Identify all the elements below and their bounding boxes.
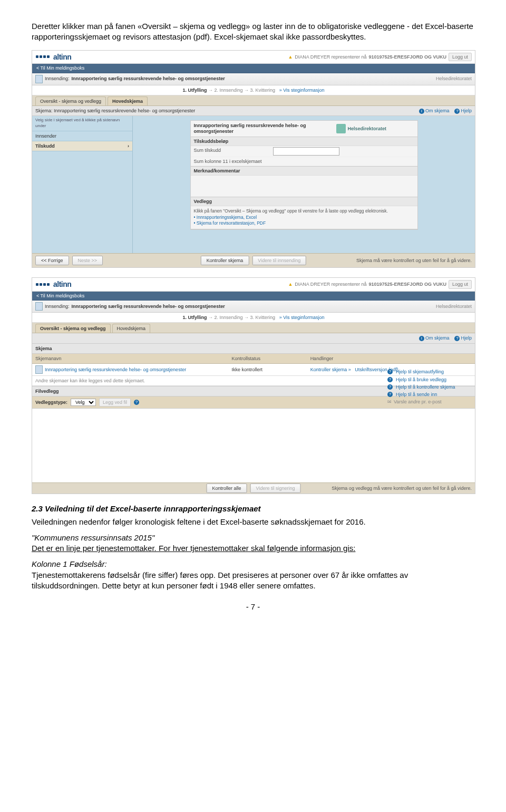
help-icon: ? — [387, 392, 393, 397]
bottom-message: Skjema må være kontrollert og uten feil … — [356, 257, 472, 264]
hd-label: Helsedirektoratet — [282, 74, 475, 83]
chevron-right-icon: › — [128, 143, 129, 149]
form-title: Innrapportering særlig ressurskrevende h… — [191, 121, 334, 137]
help-icon: ? — [454, 109, 460, 114]
vedlegg-note: Klikk på fanen "Oversikt – Skjema og ved… — [194, 208, 414, 214]
kontroller-skjema-link[interactable]: Kontroller skjema » — [310, 367, 351, 372]
logout-button[interactable]: Logg ut — [449, 280, 472, 288]
help-link[interactable]: ?Hjelp til å sende inn — [387, 391, 472, 398]
sidebar-item-tilskudd[interactable]: Tilskudd› — [32, 141, 132, 151]
altinn-logo-text: altinn — [53, 279, 71, 289]
altinn-logo-text: altinn — [53, 52, 71, 62]
hjelp-link[interactable]: ?Hjelp — [454, 335, 472, 341]
page-number: - 7 - — [32, 602, 474, 612]
section-vedlegg: Vedlegg — [191, 197, 417, 206]
bottom-message: Skjema og vedlegg må være kontrollert og… — [332, 485, 472, 491]
step-2: 2. Innsending — [215, 88, 243, 93]
om-skjema-link[interactable]: iOm skjema — [419, 335, 450, 341]
help-icon[interactable]: ? — [134, 400, 139, 405]
varsle-link[interactable]: ✉Varsle andre pr. e-post — [387, 398, 472, 405]
help-icon: ? — [454, 336, 460, 341]
help-icon: ? — [387, 369, 393, 374]
step-info-link[interactable]: » Vis steginformasjon — [279, 315, 325, 320]
kommune-line: Det er en linje per tjenestemottaker. Fo… — [32, 543, 474, 554]
vedlegg-bullet-1: • Innrapporteringsskjema, Excel — [194, 215, 414, 220]
helsedirektoratet-logo: Helsedirektoratet — [334, 121, 417, 137]
info-icon: i — [419, 109, 424, 114]
help-link[interactable]: ?Hjelp til skjemautfylling — [387, 368, 472, 375]
back-link[interactable]: < Til Min meldingsboks — [32, 64, 475, 73]
user-prefix: DIANA DREYER representerer nå — [295, 281, 366, 287]
innsending-title: Innrapportering særlig ressurskrevende h… — [72, 75, 225, 82]
innsending-label: Innsending: — [45, 75, 70, 82]
table-row-name[interactable]: Innrapportering særlig ressurskrevende h… — [35, 365, 232, 374]
help-icon: ? — [387, 377, 393, 382]
schema-section-header: Skjema — [32, 344, 475, 354]
section-heading: 2.3 Veiledning til det Excel-baserte inn… — [32, 504, 474, 514]
kolonne-text: Tjenestemottakerens fødselsår (fire siff… — [32, 570, 474, 592]
hd-label: Helsedirektoratet — [282, 302, 475, 311]
info-icon: i — [419, 336, 424, 341]
user-prefix: DIANA DREYER representerer nå — [295, 54, 366, 60]
step-1: 1. Utfylling — [182, 88, 207, 93]
mail-icon: ✉ — [387, 399, 392, 405]
user-org: 910197525-ERESFJORD OG VUKU — [368, 54, 446, 60]
tab-oversikt[interactable]: Oversikt - skjema og vedlegg — [35, 96, 106, 105]
section-merknad: Merknad/kommentar — [191, 167, 417, 176]
innsending-title: Innrapportering særlig ressurskrevende h… — [72, 303, 225, 310]
row-sum-tilskudd-label: Sum tilskudd — [194, 147, 273, 156]
step-info-link[interactable]: » Vis steginformasjon — [279, 88, 325, 93]
step-bar: 1. Utfylling → 2. Innsending → 3. Kvitte… — [32, 313, 475, 323]
step-3: 3. Kvittering — [250, 315, 276, 320]
sidebar-item-innsender[interactable]: Innsender — [32, 131, 132, 141]
sum-tilskudd-input[interactable] — [273, 147, 339, 156]
kontroller-skjema-button[interactable]: Kontroller skjema — [201, 256, 249, 265]
document-icon — [35, 75, 43, 83]
neste-button: Neste >> — [72, 256, 103, 265]
logout-button[interactable]: Logg ut — [449, 53, 472, 61]
step-3: 3. Kvittering — [250, 88, 276, 93]
tab-hovedskjema[interactable]: Hovedskjema — [112, 324, 151, 333]
help-sidebar: ?Hjelp til skjemautfylling ?Hjelp til å … — [387, 368, 472, 405]
user-badge-icon: ▲ — [288, 54, 293, 60]
legg-ved-fil-button: Legg ved fil — [99, 398, 131, 407]
row-sum-kol-label: Sum kolonne 11 i excelskjemaet — [194, 158, 273, 165]
back-link[interactable]: < Til Min meldingsboks — [32, 292, 475, 301]
help-icon: ? — [387, 384, 393, 390]
col-kontrollstatus: Kontrollstatus — [232, 355, 310, 362]
forrige-button[interactable]: << Forrige — [35, 256, 69, 265]
om-skjema-link[interactable]: iOm skjema — [419, 108, 450, 114]
step-bar: 1. Utfylling → 2. Innsending → 3. Kvitte… — [32, 85, 475, 95]
help-link[interactable]: ?Hjelp til å bruke vedlegg — [387, 376, 472, 383]
col-handlinger: Handlinger — [310, 355, 472, 362]
document-icon — [35, 302, 43, 311]
intro-paragraph: Deretter klikker man på fanen «Oversikt … — [32, 21, 474, 43]
section-intro: Veiledningen nedenfor følger kronologisk… — [32, 517, 474, 527]
user-org: 910197525-ERESFJORD OG VUKU — [368, 281, 446, 287]
vedleggstype-select[interactable]: Velg — [71, 399, 96, 406]
altinn-logo-icon — [35, 283, 50, 286]
form-panel: Innrapportering særlig ressurskrevende h… — [190, 120, 418, 230]
tab-oversikt[interactable]: Oversikt - skjema og vedlegg — [35, 324, 111, 333]
kolonne-heading: Kolonne 1 Fødselsår: — [32, 559, 474, 569]
vedlegg-bullet-2: • Skjema for revisorattestasjon, PDF — [194, 220, 414, 226]
document-icon — [35, 365, 43, 374]
step-1: 1. Utfylling — [182, 315, 207, 320]
altinn-screenshot-1: altinn ▲ DIANA DREYER representerer nå 9… — [32, 50, 475, 268]
innsending-label: Innsending: — [45, 303, 70, 310]
kontroller-alle-button[interactable]: Kontroller alle — [207, 484, 247, 493]
user-badge-icon: ▲ — [288, 281, 293, 287]
videre-button: Videre til innsending — [252, 256, 306, 265]
altinn-logo-icon — [35, 55, 50, 59]
tab-hovedskjema[interactable]: Hovedskjema — [108, 96, 148, 105]
section-tilskudd: Tilskuddsbeløp — [191, 137, 417, 146]
altinn-screenshot-2: altinn ▲ DIANA DREYER representerer nå 9… — [32, 277, 475, 494]
videre-signering-button: Videre til signering — [250, 484, 301, 493]
hjelp-link[interactable]: ?Hjelp — [454, 108, 472, 114]
help-link[interactable]: ?Hjelp til å kontrollere skjema — [387, 383, 472, 391]
hd-logo-icon — [336, 124, 346, 133]
step-2: 2. Innsending — [215, 315, 243, 320]
sidebar-hint: Velg side i skjemaet ved å klikke på sid… — [32, 116, 132, 131]
kommune-heading: "Kommunens ressursinnsats 2015" — [32, 533, 474, 543]
col-skjemanavn: Skjemanavn — [35, 355, 232, 362]
